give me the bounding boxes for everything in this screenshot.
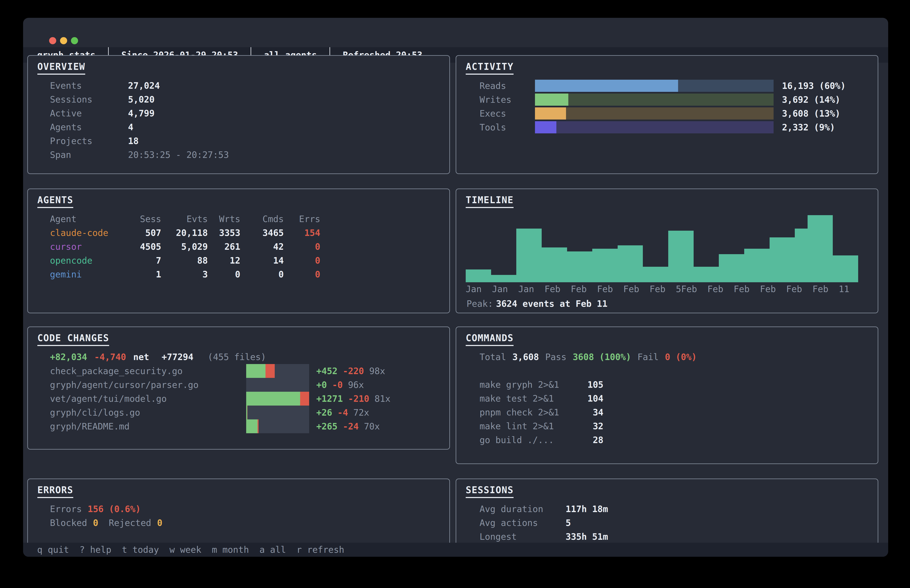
changed-files-list: check_package_security.go+452-22098xgryp… [37, 364, 440, 433]
rejected-label: Rejected [109, 516, 151, 530]
shortcut-week[interactable]: w week [169, 544, 201, 555]
command-name: make lint 2>&1 [479, 419, 572, 433]
activity-row: Tools2,332 (9%) [466, 120, 868, 134]
panel-title: ACTIVITY [466, 61, 513, 75]
file-diff-stats: +265-2470x [316, 421, 385, 431]
command-row: make gryph 2>&1105 [466, 378, 868, 392]
command-name: make gryph 2>&1 [479, 378, 572, 392]
session-stat-value: 117h 18m [566, 502, 608, 516]
activity-row: Execs3,608 (13%) [466, 107, 868, 120]
zoom-button[interactable] [71, 37, 78, 44]
activity-bar-track [535, 94, 774, 106]
activity-value: 3,692 (14%) [782, 95, 840, 105]
shortcut-month[interactable]: m month [212, 544, 249, 555]
agent-stat: 0 [208, 268, 240, 281]
activity-bar-fill [535, 80, 678, 92]
minimize-button[interactable] [60, 37, 67, 44]
timeline-bar [466, 270, 491, 282]
command-row: pnpm check 2>&134 [466, 405, 868, 419]
agent-stat: 42 [240, 240, 284, 254]
blocked-rejected-row: Blocked 0 Rejected 0 [37, 516, 440, 530]
status-bar: q quit? helpt todayw weekm montha allr r… [23, 543, 888, 557]
file-deletions: -24 [343, 421, 359, 431]
agent-name: cursor [50, 240, 138, 254]
shortcut-refresh[interactable]: r refresh [296, 544, 344, 555]
commands-list: make gryph 2>&1105make test 2>&1104pnpm … [466, 378, 868, 447]
stat-label: Active [50, 107, 128, 120]
agent-stat: 3465 [240, 226, 284, 240]
changed-file-row: gryph/README.md+265-2470x [37, 419, 440, 433]
overview-row: Active4,799 [37, 107, 440, 120]
command-name: pnpm check 2>&1 [479, 405, 572, 419]
file-name: vet/agent/tui/model.go [50, 394, 246, 404]
file-name: gryph/cli/logs.go [50, 407, 246, 418]
stat-value: 20:53:25 - 20:27:53 [128, 148, 229, 162]
session-stat-label: Avg duration [479, 502, 566, 516]
stat-value: 18 [128, 134, 139, 148]
file-name: check_package_security.go [50, 366, 246, 376]
agent-stat: 20,118 [161, 226, 208, 240]
activity-bar-fill [535, 121, 556, 133]
session-stat-label: Avg actions [479, 516, 566, 530]
close-button[interactable] [49, 37, 56, 44]
session-stat-label: Longest [479, 530, 566, 544]
overview-row: Projects18 [37, 134, 440, 148]
timeline-histogram [466, 215, 858, 282]
code-changes-panel: CODE CHANGES +82,034 -4,740 net +77294 (… [27, 326, 450, 450]
timeline-panel: TIMELINE Jan Jan Jan Feb Feb Feb Feb Feb… [456, 189, 878, 313]
panel-title: SESSIONS [466, 485, 513, 498]
shortcut-quit[interactable]: q quit [37, 544, 69, 555]
command-count: 28 [572, 433, 603, 447]
shortcut-all[interactable]: a all [259, 544, 286, 555]
command-count: 34 [572, 405, 603, 419]
diff-additions-bar [246, 419, 257, 433]
errors-label: Errors [50, 502, 82, 516]
activity-bar-track [535, 80, 774, 92]
file-diff-stats: +452-22098x [316, 366, 390, 376]
activity-label: Reads [479, 81, 535, 91]
changed-file-row: gryph/agent/cursor/parser.go+0-096x [37, 378, 440, 392]
file-diff-stats: +0-096x [316, 380, 369, 390]
peak-label: Peak: [466, 299, 493, 309]
file-diff-stats: +1271-21081x [316, 394, 396, 404]
stat-value: 5,020 [128, 93, 154, 107]
command-row: go build ./...28 [466, 433, 868, 447]
file-additions: +26 [316, 407, 332, 418]
file-change-count: 81x [375, 394, 390, 404]
agent-stat: 1 [138, 268, 161, 281]
stat-value: 27,024 [128, 79, 160, 93]
timeline-bar [744, 249, 769, 282]
shortcut-today[interactable]: t today [122, 544, 159, 555]
agent-name: opencode [50, 254, 138, 268]
file-change-count: 70x [364, 421, 380, 431]
overview-row: Span20:53:25 - 20:27:53 [37, 148, 440, 162]
file-deletions: -4 [337, 407, 348, 418]
agent-errors: 154 [284, 226, 320, 240]
file-deletions: -220 [343, 366, 364, 376]
diff-deletions-bar [266, 364, 275, 378]
diff-deletions-bar [257, 419, 259, 433]
overview-rows: Events27,024Sessions5,020Active4,799Agen… [37, 79, 440, 162]
agent-stat: 507 [138, 226, 161, 240]
agent-stat: 7 [138, 254, 161, 268]
overview-row: Sessions5,020 [37, 93, 440, 107]
agent-stat: 12 [208, 254, 240, 268]
file-diff-stats: +26-472x [316, 407, 374, 418]
file-deletions: -210 [348, 394, 369, 404]
shortcut-help[interactable]: ? help [79, 544, 112, 555]
agent-name: claude-code [50, 226, 138, 240]
file-additions: +452 [316, 366, 337, 376]
command-name: make test 2>&1 [479, 392, 572, 405]
diff-deletions-bar [300, 392, 309, 405]
overview-row: Agents4 [37, 120, 440, 134]
file-count: (455 files) [208, 350, 266, 364]
activity-row: Reads16,193 (60%) [466, 79, 868, 93]
panel-title: ERRORS [37, 485, 73, 498]
rejected-value: 0 [157, 516, 162, 530]
peak-value: 3624 events at Feb 11 [496, 299, 607, 309]
column-header: Cmds [240, 212, 284, 226]
total-value: 3,608 [512, 350, 539, 364]
stat-label: Sessions [50, 93, 128, 107]
timeline-bar [643, 267, 668, 282]
timeline-bar [795, 229, 807, 282]
